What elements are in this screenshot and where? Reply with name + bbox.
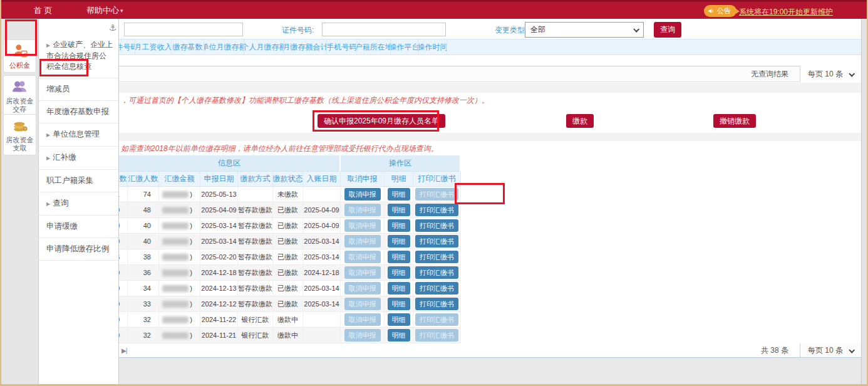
- remittance-column-header: 打印汇缴书: [413, 172, 461, 187]
- vertical-scrollbar[interactable]: [861, 19, 868, 384]
- confirm-declare-button[interactable]: 确认申报2025年09月缴存人员名单: [318, 114, 445, 128]
- print-remit-book-button[interactable]: 打印汇缴书: [415, 282, 458, 295]
- search-form: 证件号码: 变更类型: 全部 查询: [119, 19, 862, 39]
- menu-item-7[interactable]: 申请缓缴: [39, 216, 118, 238]
- cell-entry-date: 2025-04-09: [303, 202, 341, 217]
- svg-text:?: ?: [24, 128, 26, 131]
- cell-pay-method: 暂存款缴款: [238, 281, 273, 296]
- pay-button[interactable]: 缴款: [566, 114, 594, 128]
- arrow-right-icon: ▶: [46, 201, 50, 207]
- detail-button[interactable]: 明细: [388, 204, 410, 216]
- detail-button[interactable]: 明细: [388, 219, 410, 232]
- cell-remit-people: 36: [128, 265, 159, 280]
- cell-pay-method: 暂存款缴款: [238, 218, 273, 233]
- arrow-right-icon: ▶: [46, 43, 50, 48]
- cell-entry-date: 2024-12-18: [303, 265, 341, 280]
- no-results-text: 无查询结果: [751, 69, 788, 80]
- cert-number-input[interactable]: [322, 23, 446, 36]
- cancel-declare-button[interactable]: 取消申报: [344, 188, 381, 201]
- anchor-pin-icon[interactable]: ⚓: [109, 23, 117, 33]
- detail-button[interactable]: 明细: [388, 282, 410, 295]
- cell-cancel-op: 取消申报: [341, 312, 385, 327]
- print-remit-book-button[interactable]: 打印汇缴书: [415, 204, 458, 216]
- nav-help-center-menu[interactable]: 帮助中心 ▾: [86, 5, 123, 16]
- maintenance-notice-link[interactable]: 系统将在19:00开始更新维护: [739, 7, 833, 18]
- query-button[interactable]: 查询: [654, 22, 681, 38]
- remittance-column-header: 缴款状态: [273, 172, 303, 187]
- cell-cancel-op: 取消申报: [341, 265, 385, 280]
- keyword-input[interactable]: [124, 23, 243, 36]
- coins-icon: ?: [12, 117, 28, 136]
- remittance-column-header: 汇缴人数: [128, 172, 159, 187]
- cell-declare-date: 2025-03-14: [200, 234, 238, 249]
- rail-item-1[interactable]: 房改资金 交存: [3, 75, 36, 117]
- revoke-pay-button[interactable]: 撤销缴款: [713, 114, 756, 128]
- cell-count-misc: 1: [119, 187, 128, 202]
- page-size-select[interactable]: 每页 10 条: [800, 66, 862, 82]
- cell-count-misc: 0: [119, 218, 128, 233]
- print-remit-book-button: 打印汇缴书: [415, 329, 458, 342]
- menu-item-8[interactable]: 申请降低缴存比例: [39, 238, 118, 261]
- results-column-header: 操作时间: [418, 39, 447, 55]
- cell-entry-date: 2025-03-14: [303, 249, 341, 264]
- cell-declare-date: 2025-02-20: [200, 249, 238, 264]
- cell-cancel-op: 取消申报: [341, 234, 385, 249]
- cell-pay-method: 暂存款缴款: [238, 265, 273, 280]
- cell-entry-date: 2025-04-09: [303, 218, 341, 233]
- scroll-to-end-icon[interactable]: ▶|: [121, 347, 127, 354]
- detail-button[interactable]: 明细: [388, 266, 410, 279]
- cell-entry-date: [303, 312, 341, 327]
- cell-print-op: 打印汇缴书: [413, 281, 461, 296]
- remittance-column-header: 缴款方式: [238, 172, 273, 187]
- detail-button[interactable]: 明细: [388, 235, 410, 248]
- cell-declare-date: 2024-11-22: [200, 312, 238, 327]
- page-size-select-bottom[interactable]: 每页 10 条: [800, 343, 862, 357]
- print-remit-book-button[interactable]: 打印汇缴书: [415, 266, 458, 279]
- change-type-select[interactable]: 全部: [525, 22, 644, 38]
- cell-detail-op: 明细: [385, 202, 413, 217]
- print-remit-book-button[interactable]: 打印汇缴书: [415, 219, 458, 232]
- menu-item-5[interactable]: 职工户籍采集: [39, 170, 118, 192]
- print-remit-book-button[interactable]: 打印汇缴书: [415, 298, 458, 310]
- rail-item-0[interactable]: 公积金: [3, 39, 36, 73]
- detail-button[interactable]: 明细: [388, 188, 410, 201]
- menu-item-6[interactable]: ▶查询: [39, 192, 118, 216]
- cell-cancel-op: 取消申报: [341, 187, 385, 202]
- cell-pay-method: 暂存款缴款: [238, 234, 273, 249]
- menu-item-label: 单位信息管理: [53, 130, 100, 138]
- nav-home-link[interactable]: 首 页: [34, 5, 53, 16]
- cert-number-label: 证件号码:: [282, 25, 314, 36]
- redacted-amount-blur: [162, 269, 189, 276]
- menu-item-2[interactable]: 年度缴存基数申报: [39, 101, 118, 123]
- cell-print-op: 打印汇缴书: [413, 202, 461, 217]
- cell-remit-amount-masked: ): [159, 234, 200, 249]
- rail-item-2[interactable]: ?房改资金 支取: [3, 114, 36, 155]
- remittance-column-header: 数: [119, 172, 128, 187]
- arrow-right-icon: ▶: [46, 132, 50, 138]
- menu-item-label: 年度缴存基数申报: [46, 107, 109, 116]
- cell-pay-method: 暂存款缴款: [238, 249, 273, 264]
- cancel-declare-button: 取消申报: [344, 313, 381, 326]
- remittance-column-header: 汇缴金额: [159, 172, 200, 187]
- detail-button[interactable]: 明细: [388, 329, 410, 342]
- detail-button[interactable]: 明细: [388, 251, 410, 263]
- cell-print-op: 打印汇缴书: [413, 249, 461, 264]
- detail-button[interactable]: 明细: [388, 298, 410, 310]
- menu-item-1[interactable]: 增减员: [39, 78, 118, 101]
- rail-item-label: 房改资金 支取: [6, 136, 34, 152]
- print-remit-book-button[interactable]: 打印汇缴书: [415, 235, 458, 248]
- menu-list: ▶企业破产、企业上市合法合规住房公积金信息核查增减员年度缴存基数申报▶单位信息管…: [39, 34, 118, 261]
- print-remit-book-button[interactable]: 打印汇缴书: [415, 251, 458, 263]
- redacted-amount-blur: [162, 316, 189, 323]
- top-navbar: 首 页 帮助中心 ▾ 公告 系统将在19:00开始更新维护: [1, 0, 867, 19]
- person-edit-icon: [12, 43, 28, 61]
- menu-item-0[interactable]: ▶企业破产、企业上市合法合规住房公积金信息核查: [39, 34, 118, 78]
- menu-item-3[interactable]: ▶单位信息管理: [39, 123, 118, 147]
- cell-entry-date: 2025-03-14: [303, 234, 341, 249]
- results-column-header: 个人月缴存额: [244, 39, 284, 55]
- print-remit-book-button: 打印汇缴书: [415, 188, 458, 201]
- announcement-badge: 公告: [704, 5, 736, 17]
- detail-button[interactable]: 明细: [388, 313, 410, 326]
- cell-print-op: 打印汇缴书: [413, 296, 461, 311]
- menu-item-4[interactable]: ▶汇补缴: [39, 147, 118, 170]
